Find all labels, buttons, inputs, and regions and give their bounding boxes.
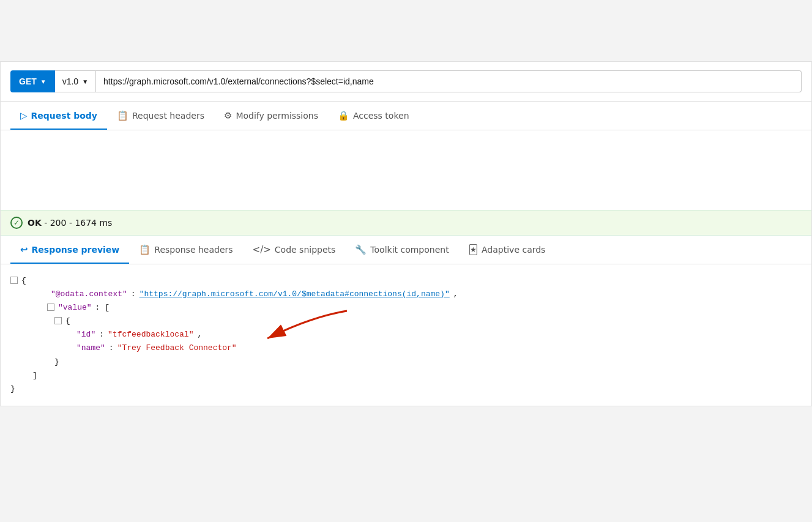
json-key-name: "name" [76,341,105,355]
method-label: GET [19,76,37,86]
json-line-root-close: } [10,382,802,396]
method-chevron-icon: ▼ [40,78,47,85]
json-line-value-close: ] [10,369,802,382]
version-label: v1.0 [62,76,78,86]
tab-code-snippets-label: Code snippets [275,245,336,255]
method-selector[interactable]: GET ▼ [10,70,55,92]
tab-response-headers-label: Response headers [154,245,233,255]
tab-response-preview[interactable]: ↩ Response preview [10,236,129,264]
tab-response-headers[interactable]: 📋 Response headers [129,236,242,264]
status-label: OK [28,218,42,228]
status-separator: - 200 - 1674 ms [44,218,112,228]
code-snippets-icon: </> [253,244,271,255]
json-arrow-region: "id" : "tfcfeedbacklocal" , [10,328,802,341]
tab-code-snippets[interactable]: </> Code snippets [243,236,346,264]
json-key-context: "@odata.context" [51,288,127,301]
response-headers-icon: 📋 [139,244,151,255]
tab-access-token[interactable]: 🔒 Access token [328,102,419,130]
tab-response-preview-label: Response preview [32,245,120,255]
json-val-id: "tfcfeedbacklocal" [108,328,193,341]
status-bar: ✓ OK - 200 - 1674 ms [1,210,811,236]
toolkit-component-icon: 🔧 [355,244,367,255]
json-line-value-open: "value" : [ [10,301,802,315]
tab-request-headers[interactable]: 📋 Request headers [107,102,214,130]
tab-toolkit-component-label: Toolkit component [370,245,449,255]
json-key-value: "value" [58,301,92,315]
json-collapse-item[interactable] [54,317,62,324]
json-val-context-link[interactable]: "https://graph.microsoft.com/v1.0/$metad… [140,288,450,301]
json-collapse-value[interactable] [47,304,54,311]
json-val-name: "Trey Feedback Connector" [117,341,237,355]
tab-modify-permissions[interactable]: ⚙ Modify permissions [214,102,328,130]
response-tabs: ↩ Response preview 📋 Response headers </… [1,236,811,264]
version-selector[interactable]: v1.0 ▼ [55,70,96,92]
json-viewer: { "@odata.context" : "https://graph.micr… [1,264,811,406]
status-ok-icon: ✓ [10,217,23,229]
json-line-item-close: } [10,356,802,369]
version-chevron-icon: ▼ [82,78,88,85]
json-line-name: "name" : "Trey Feedback Connector" [10,341,802,355]
json-collapse-root[interactable] [10,277,18,284]
tab-access-token-label: Access token [353,111,409,121]
json-line-id: "id" : "tfcfeedbacklocal" , [10,328,802,341]
access-token-icon: 🔒 [338,110,349,121]
request-body-area [1,130,811,210]
request-body-icon: ▷ [20,110,28,121]
tab-toolkit-component[interactable]: 🔧 Toolkit component [345,236,458,264]
tab-request-body-label: Request body [31,111,97,121]
json-key-id: "id" [76,328,95,341]
tab-request-headers-label: Request headers [132,111,204,121]
url-input[interactable] [96,70,802,92]
json-line-item-open: { [10,315,802,328]
json-line-open: { [10,274,802,288]
tab-adaptive-cards[interactable]: 🃏 Adaptive cards [459,236,556,264]
json-line-context: "@odata.context" : "https://graph.micros… [10,288,802,301]
adaptive-cards-icon: 🃏 [469,244,478,255]
response-preview-icon: ↩ [20,244,28,255]
request-headers-icon: 📋 [117,110,129,121]
url-bar: GET ▼ v1.0 ▼ [1,62,811,102]
request-tabs: ▷ Request body 📋 Request headers ⚙ Modif… [1,102,811,130]
tab-request-body[interactable]: ▷ Request body [10,102,107,130]
status-text: OK - 200 - 1674 ms [28,218,112,228]
tab-adaptive-cards-label: Adaptive cards [482,245,545,255]
tab-modify-permissions-label: Modify permissions [236,111,318,121]
modify-permissions-icon: ⚙ [224,110,232,121]
